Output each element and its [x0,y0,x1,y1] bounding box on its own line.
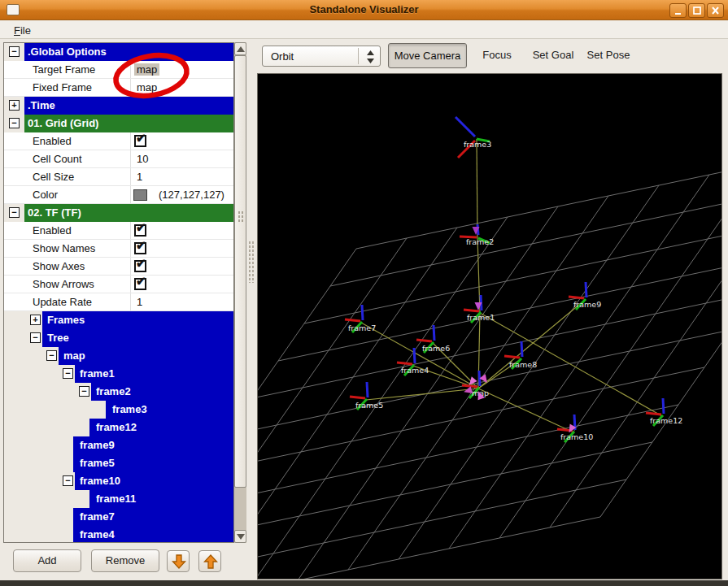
property-value[interactable]: 1 [137,171,142,183]
move-up-button[interactable] [198,550,221,572]
property-value[interactable]: map [134,63,159,76]
scene-line [416,340,432,341]
section-row[interactable]: 01. Grid (Grid)− [4,115,233,132]
title-bar[interactable]: Standalone Visualizer [0,0,728,20]
set-goal-button[interactable]: Set Goal [525,43,581,68]
collapse-icon[interactable]: − [9,207,20,218]
prop-row[interactable]: Enabled✔ [4,222,233,240]
move-camera-button[interactable]: Move Camera [388,43,467,68]
prop-row[interactable]: Enabled✔ [4,132,233,150]
checkbox[interactable]: ✔ [134,224,146,237]
checkbox[interactable]: ✔ [134,260,146,272]
collapse-icon[interactable]: − [9,118,20,128]
property-label: Show Arrows [33,278,94,290]
3d-viewport[interactable]: frame3frame2frame1frame7frame6frame4fram… [257,73,722,579]
column-divider [130,258,131,275]
frame-label-frame4: frame4 [401,366,429,375]
property-table[interactable]: .Global Options−Target FramemapFixed Fra… [3,42,234,543]
tree-row-frame7[interactable]: frame7 [4,508,233,526]
frame-label-frame2: frame2 [466,237,494,246]
tree-row-frame2[interactable]: frame2− [4,383,233,401]
focus-button[interactable]: Focus [474,43,520,68]
section-row[interactable]: 02. TF (TF)− [4,204,233,222]
tree-row-map[interactable]: map− [4,347,233,365]
property-value[interactable]: 1 [137,296,142,308]
prop-row[interactable]: Target Framemap [4,61,233,79]
prop-row[interactable]: Cell Size1 [4,168,233,186]
prop-row[interactable]: Show Names✔ [4,240,233,258]
property-label: Fixed Frame [33,81,92,93]
collapse-icon[interactable]: − [9,46,20,57]
prop-row[interactable]: Color(127,127,127) [4,186,233,204]
remove-button[interactable]: Remove [91,549,159,572]
standalone-visualizer-window: { "window": { "title": "Standalone Visua… [0,0,728,586]
window-bottom-edge [0,580,728,586]
frame-label-frame1: frame1 [467,313,495,322]
tree-item-label: frame1 [75,365,233,383]
prop-row[interactable]: Update Rate1 [4,293,233,311]
property-value[interactable]: 10 [137,153,148,165]
section-row[interactable]: .Global Options− [4,43,233,61]
prop-row[interactable]: Show Arrows✔ [4,276,233,293]
camera-type-value: Orbit [271,50,294,63]
section-label: 02. TF (TF) [24,204,233,222]
checkmark-icon: ✔ [136,131,146,145]
frame-label-frame9: frame9 [573,300,601,309]
tree-row-frame1[interactable]: frame1− [4,365,233,383]
scene-line [504,356,520,358]
prop-row[interactable]: Cell Count10 [4,150,233,168]
scene-line [362,305,363,320]
property-label: Enabled [33,135,72,147]
add-button[interactable]: Add [13,549,81,572]
collapse-icon[interactable]: − [63,475,73,486]
tree-row-frame9[interactable]: frame9 [4,436,233,454]
checkbox[interactable]: ✔ [134,135,146,147]
property-value[interactable]: map [137,81,157,93]
camera-type-combobox[interactable]: Orbit [262,46,381,67]
prop-row[interactable]: Show Axes✔ [4,258,233,276]
menu-file[interactable]: File [11,23,34,38]
collapse-icon[interactable]: − [46,350,57,361]
scene-line [356,143,721,249]
tree-row-frame10[interactable]: frame10− [4,472,233,490]
tree-row-frame4[interactable]: frame4 [4,526,233,543]
checkbox[interactable]: ✔ [134,242,146,254]
frame-label-frame6: frame6 [422,344,450,353]
scene-line [646,413,661,415]
scroll-up-button[interactable] [234,42,246,55]
tree-item-label: frame7 [73,508,233,526]
tree-row-frame5[interactable]: frame5 [4,454,233,472]
column-divider [130,61,131,78]
scrollbar-thumb[interactable] [234,55,246,488]
window-title: Standalone Visualizer [0,3,728,15]
section-row[interactable]: .Time+ [4,97,233,115]
checkbox[interactable]: ✔ [134,278,146,290]
scroll-down-button[interactable] [234,530,246,543]
panel-scrollbar[interactable] [234,42,246,543]
tree-row-frame12[interactable]: frame12 [4,419,233,436]
property-value: (127,127,127) [159,189,225,201]
collapse-icon[interactable]: − [79,386,89,397]
expand-icon[interactable]: + [9,100,20,111]
scene-line [586,282,586,297]
column-divider [130,168,131,185]
property-label: Color [33,189,58,201]
maximize-button[interactable] [688,3,705,18]
tree-row-frame3[interactable]: frame3 [4,401,233,419]
collapse-icon[interactable]: − [63,368,73,379]
close-button[interactable] [707,3,724,18]
checkmark-icon: ✔ [136,238,146,253]
tree-row-tree[interactable]: Tree− [4,329,233,347]
panel-splitter-handle[interactable] [248,241,255,283]
column-divider [130,240,131,257]
collapse-icon[interactable]: − [30,332,41,343]
expand-icon[interactable]: + [30,315,41,325]
minimize-button[interactable] [669,3,687,18]
move-down-button[interactable] [167,550,190,572]
tree-row-frame11[interactable]: frame11 [4,490,233,508]
orange-up-arrow-icon [203,553,218,570]
color-swatch[interactable] [133,189,147,201]
tree-row-frames[interactable]: Frames+ [4,311,233,329]
set-pose-button[interactable]: Set Pose [581,43,636,68]
prop-row[interactable]: Fixed Framemap [4,79,233,97]
